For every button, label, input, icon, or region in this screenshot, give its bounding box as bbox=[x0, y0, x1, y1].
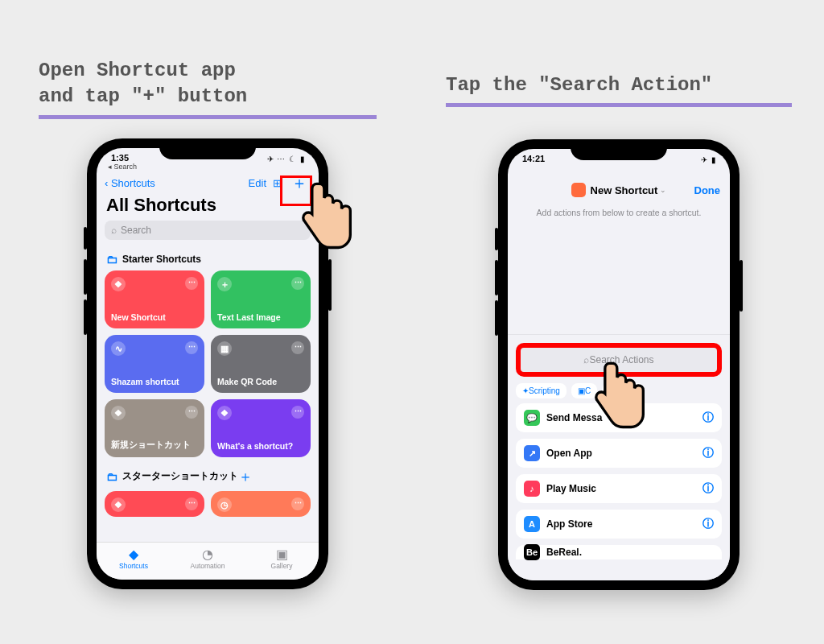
tile-label: Shazam shortcut bbox=[111, 377, 198, 386]
action-label: Play Music bbox=[546, 483, 596, 494]
phone-left: 1:35 ◂ Search ✈ ⋯ ☾ ▮ ‹ Shortcuts Edit ⊞… bbox=[87, 138, 328, 589]
edit-button[interactable]: Edit bbox=[249, 177, 266, 189]
shortcut-tile[interactable]: ❖⋯What's a shortcut? bbox=[211, 399, 311, 457]
category-chip[interactable]: ▯ Device bbox=[602, 383, 645, 398]
done-button[interactable]: Done bbox=[694, 184, 721, 196]
tile-label: What's a shortcut? bbox=[217, 441, 304, 451]
tab-automation[interactable]: ◔Automation bbox=[171, 543, 245, 580]
add-button[interactable]: ＋ bbox=[288, 172, 311, 194]
caption-line: and tap "+" button bbox=[39, 85, 247, 107]
tile-icon: ❖ bbox=[111, 497, 126, 512]
caption-underline bbox=[446, 103, 792, 107]
tab-shortcuts[interactable]: ◆Shortcuts bbox=[97, 543, 171, 580]
action-row[interactable]: BeBeReal. bbox=[516, 545, 722, 559]
layers-icon: ◆ bbox=[97, 547, 171, 562]
shortcut-tile[interactable]: ＋⋯Text Last Image bbox=[211, 270, 311, 328]
status-indicators: ✈ ▮ bbox=[701, 155, 717, 164]
tile-icon: ❖ bbox=[111, 277, 126, 291]
hint-text: Add actions from below to create a short… bbox=[508, 202, 730, 223]
chevron-down-icon[interactable]: ⌄ bbox=[660, 186, 666, 194]
new-shortcut-header: New Shortcut ⌄ Done bbox=[508, 178, 730, 202]
info-icon[interactable]: ⓘ bbox=[702, 481, 714, 496]
folder-icon: 🗀 bbox=[106, 253, 117, 266]
category-icon: ▣ bbox=[578, 386, 585, 395]
grid-view-icon[interactable]: ⊞ bbox=[273, 177, 282, 189]
phone-screen-left: 1:35 ◂ Search ✈ ⋯ ☾ ▮ ‹ Shortcuts Edit ⊞… bbox=[97, 148, 319, 580]
action-icon: 💬 bbox=[524, 410, 540, 426]
tile-icon: ＋ bbox=[217, 277, 232, 291]
tile-icon: ◷ bbox=[217, 497, 232, 512]
shortcut-tile[interactable]: ◷⋯ bbox=[211, 491, 311, 517]
shortcut-tile[interactable]: ❖⋯New Shortcut bbox=[105, 270, 204, 328]
more-icon[interactable]: ⋯ bbox=[185, 341, 198, 354]
folder-row[interactable]: 🗀 スターターショートカット ＋ bbox=[97, 462, 319, 491]
phone-side-button bbox=[84, 299, 87, 335]
phone-notch bbox=[571, 139, 667, 160]
action-row[interactable]: AApp Storeⓘ bbox=[516, 510, 722, 539]
tile-label: 新規ショートカット bbox=[111, 440, 198, 451]
category-label: Device bbox=[613, 386, 638, 395]
more-icon[interactable]: ⋯ bbox=[291, 497, 304, 510]
phone-side-button bbox=[495, 300, 498, 336]
add-icon[interactable]: ＋ bbox=[238, 467, 253, 486]
action-label: Open App bbox=[546, 448, 592, 459]
category-row: ✦ Scripting▣ C▯ Device bbox=[508, 383, 730, 403]
folder-label: スターターショートカット bbox=[122, 469, 238, 483]
status-back-link[interactable]: ◂ Search bbox=[108, 163, 137, 171]
tile-label: Make QR Code bbox=[217, 377, 304, 386]
more-icon[interactable]: ⋯ bbox=[291, 341, 304, 354]
new-shortcut-title[interactable]: New Shortcut bbox=[591, 184, 658, 196]
category-chip[interactable]: ✦ Scripting bbox=[516, 383, 566, 398]
category-chip[interactable]: ▣ C bbox=[571, 383, 597, 398]
action-label: BeReal. bbox=[546, 547, 582, 558]
search-actions-input[interactable]: ⌕ Search Actions bbox=[516, 343, 722, 377]
search-input[interactable]: ⌕ Search bbox=[105, 221, 311, 240]
category-label: C bbox=[585, 386, 591, 395]
shortcut-tile[interactable]: ❖⋯ bbox=[105, 491, 204, 517]
phone-side-button bbox=[84, 227, 87, 250]
action-icon: A bbox=[524, 516, 540, 532]
tile-label: Text Last Image bbox=[217, 312, 304, 322]
caption-underline bbox=[39, 115, 377, 119]
shortcuts-grid: ❖⋯New Shortcut＋⋯Text Last Image∿⋯Shazam … bbox=[97, 270, 319, 457]
search-icon: ⌕ bbox=[111, 225, 117, 236]
step-1-caption: Open Shortcut app and tap "+" button bbox=[39, 58, 377, 110]
action-row[interactable]: ♪Play Musicⓘ bbox=[516, 474, 722, 503]
actions-sheet: ⌕ Search Actions ✦ Scripting▣ C▯ Device … bbox=[508, 334, 730, 580]
tile-icon: ❖ bbox=[217, 406, 232, 420]
phone-screen-right: 14:21 ✈ ▮ New Shortcut ⌄ Done Add action… bbox=[508, 149, 730, 580]
shortcut-tile[interactable]: ▦⋯Make QR Code bbox=[211, 335, 311, 393]
step-1-panel: Open Shortcut app and tap "+" button 1:3… bbox=[39, 58, 377, 589]
search-placeholder: Search bbox=[121, 225, 151, 236]
info-icon[interactable]: ⓘ bbox=[702, 446, 714, 460]
action-row[interactable]: ↗Open Appⓘ bbox=[516, 439, 722, 468]
search-icon: ⌕ bbox=[583, 354, 589, 365]
phone-side-button bbox=[495, 228, 498, 250]
folder-label: Starter Shortcuts bbox=[122, 254, 201, 265]
more-icon[interactable]: ⋯ bbox=[185, 406, 198, 419]
more-icon[interactable]: ⋯ bbox=[291, 406, 304, 419]
info-icon[interactable]: ⓘ bbox=[702, 411, 714, 425]
caption-line: Open Shortcut app bbox=[39, 60, 236, 81]
category-icon: ✦ bbox=[522, 386, 529, 395]
folder-row[interactable]: 🗀 Starter Shortcuts bbox=[97, 248, 319, 270]
actions-list: 💬Send Messaⓘ↗Open Appⓘ♪Play MusicⓘAApp S… bbox=[508, 403, 730, 559]
nav-back-button[interactable]: ‹ Shortcuts bbox=[105, 177, 155, 189]
page-title: All Shortcuts bbox=[97, 195, 319, 221]
search-actions-placeholder: Search Actions bbox=[589, 354, 653, 365]
action-row[interactable]: 💬Send Messaⓘ bbox=[516, 403, 722, 432]
tile-icon: ❖ bbox=[111, 406, 126, 420]
shortcut-tile[interactable]: ∿⋯Shazam shortcut bbox=[105, 335, 204, 393]
shortcuts-grid: ❖⋯◷⋯ bbox=[97, 491, 319, 517]
shortcut-tile[interactable]: ❖⋯新規ショートカット bbox=[105, 399, 204, 457]
more-icon[interactable]: ⋯ bbox=[291, 277, 304, 290]
action-label: Send Messa bbox=[546, 412, 602, 423]
info-icon[interactable]: ⓘ bbox=[702, 517, 714, 531]
tile-icon: ∿ bbox=[111, 341, 126, 356]
phone-side-button bbox=[84, 259, 87, 295]
nav-row: ‹ Shortcuts Edit ⊞ ＋ bbox=[97, 172, 319, 195]
more-icon[interactable]: ⋯ bbox=[185, 277, 198, 290]
chevron-left-icon: ‹ bbox=[105, 177, 111, 189]
tab-gallery[interactable]: ▣Gallery bbox=[245, 543, 319, 580]
more-icon[interactable]: ⋯ bbox=[185, 497, 198, 510]
